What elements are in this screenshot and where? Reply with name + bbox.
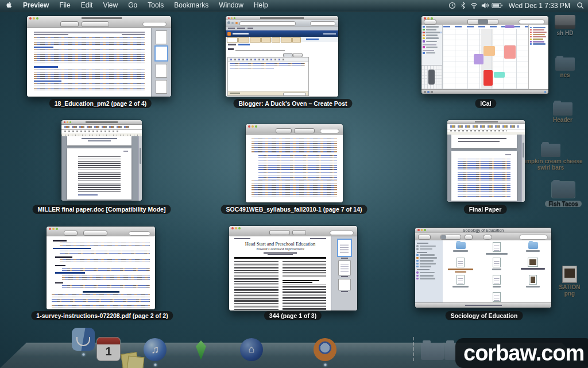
tab-posting: [227, 37, 238, 43]
sidebar-group-label: [417, 243, 428, 244]
desktop-icon-folder-fish-tacos[interactable]: Fish Tacos: [542, 182, 585, 208]
scrollbar: [138, 136, 142, 201]
menu-item-view[interactable]: View: [98, 0, 123, 11]
expose-label-3: iCal: [475, 99, 496, 108]
finder-status-bar: [415, 302, 551, 308]
url-field: [239, 21, 296, 26]
dock-item-firefox[interactable]: [314, 338, 336, 361]
tab: [281, 37, 292, 43]
toolbar-segment: [60, 21, 79, 27]
window-finder-sociology[interactable]: Sociology of Education: [415, 228, 551, 308]
window-blogger-firefox[interactable]: [226, 16, 338, 97]
apple-menu[interactable]: [0, 0, 18, 11]
dock-item-stickies[interactable]: [121, 351, 144, 368]
dock-item-ical[interactable]: 1: [96, 337, 121, 361]
mini-month-selection: [428, 70, 435, 85]
show-todo-button: [544, 91, 547, 93]
desktop-icon-hard-drive[interactable]: sh HD: [547, 15, 583, 36]
outline-text: [60, 243, 150, 246]
text-lines: [52, 299, 150, 304]
desktop-icon-folder-header[interactable]: Header: [544, 102, 581, 123]
ical-icon-date: 1: [97, 344, 120, 358]
dock-item-itunes[interactable]: ♫: [144, 338, 167, 361]
menu-item-go[interactable]: Go: [123, 0, 142, 11]
dock-item-finder[interactable]: [72, 328, 95, 351]
menu-item-bookmarks[interactable]: Bookmarks: [169, 0, 214, 11]
desktop-icon-folder-nes[interactable]: nes: [547, 57, 583, 78]
text-lines: [252, 181, 337, 190]
window-ical[interactable]: [421, 16, 548, 94]
window-18-education-pm2[interactable]: [27, 16, 171, 97]
section-heading-blur: [283, 280, 319, 281]
menu-item-preview[interactable]: Preview: [18, 0, 54, 11]
time-machine-icon[interactable]: [448, 1, 457, 10]
editor-footer: [228, 91, 308, 95]
page-header: [34, 34, 145, 35]
window-content: [61, 120, 142, 201]
file-label-line1: SATION: [552, 284, 587, 290]
todo-item: [530, 43, 547, 45]
desktop-icon-folder-pumpkin[interactable]: Pumpkin cream cheese swirl bars: [517, 144, 585, 171]
title-bar: [421, 16, 548, 25]
volume-icon[interactable]: [481, 1, 489, 10]
window-miller-final-paper[interactable]: [61, 120, 142, 201]
spotlight-icon[interactable]: [576, 1, 585, 10]
window-title-blur: [475, 121, 498, 123]
calendar-list-item: [423, 37, 441, 40]
window-title-blur: [82, 17, 122, 19]
menu-item-tools[interactable]: Tools: [142, 0, 169, 11]
desktop-icon-png-file[interactable]: SATION png: [552, 266, 587, 297]
window-final-paper[interactable]: [447, 120, 525, 202]
window-344-paper[interactable]: Head Start and Preschool Education Towar…: [229, 226, 357, 310]
finder-item-doc: [443, 258, 478, 273]
bluetooth-icon[interactable]: [459, 1, 467, 10]
hard-drive-icon: [555, 15, 575, 29]
dock-stack-folder-1[interactable]: [421, 343, 444, 360]
menu-item-help[interactable]: Help: [249, 0, 273, 11]
expose-label-7: 1-survey-instructions-072208.pdf (page 2…: [31, 311, 173, 320]
ical-icon-header: [97, 338, 120, 344]
title-label-blur: [228, 48, 234, 50]
bookmark-item: [228, 28, 235, 29]
page-bottom: [67, 136, 131, 145]
labels-input: [283, 93, 306, 96]
status-text-blur: [465, 305, 502, 306]
text-lines: [52, 294, 150, 298]
text-lines: [310, 238, 326, 239]
image-file-icon: [562, 266, 577, 283]
toolbar-segment: [64, 231, 78, 236]
toolbar-segment: [269, 230, 290, 235]
calendar-event-purple: [474, 54, 483, 64]
thumbnail-label-blur: [341, 291, 348, 292]
calendar-list-item: [423, 34, 441, 37]
byline-blur: [268, 254, 293, 255]
menu-item-edit[interactable]: Edit: [76, 0, 98, 11]
dock-item-house-orb-app[interactable]: ⌂: [240, 338, 263, 361]
running-indicator: [154, 363, 157, 366]
window-survey-instructions[interactable]: [47, 227, 155, 309]
editor-toolbar: [228, 57, 308, 62]
menu-item-window[interactable]: Window: [214, 0, 249, 11]
view-button: [427, 91, 430, 93]
outline-heading: [55, 272, 85, 274]
text-lines: [122, 34, 145, 35]
menu-item-file[interactable]: File: [54, 0, 75, 11]
page-number-blur: [505, 154, 511, 155]
wifi-icon[interactable]: [470, 1, 478, 10]
window-content: Sociology of Education: [415, 228, 551, 308]
outline-heading: [55, 282, 63, 284]
page-thumbnail-selected: [337, 239, 352, 257]
page: [67, 148, 131, 200]
outline-heading: [53, 240, 67, 241]
text-lines: [458, 141, 500, 142]
menu-bar-clock[interactable]: Wed Dec 1 7:33 PM: [505, 2, 574, 10]
search-field: [129, 231, 150, 236]
column-text-blur: [234, 261, 278, 311]
traffic-lights: [417, 229, 426, 231]
window-soc491-syllabus[interactable]: [246, 124, 343, 202]
post-editor: [227, 57, 309, 96]
battery-icon[interactable]: [492, 1, 503, 10]
document-page: [246, 135, 343, 202]
view-switcher: [467, 19, 498, 25]
todo-panel: [528, 25, 548, 90]
